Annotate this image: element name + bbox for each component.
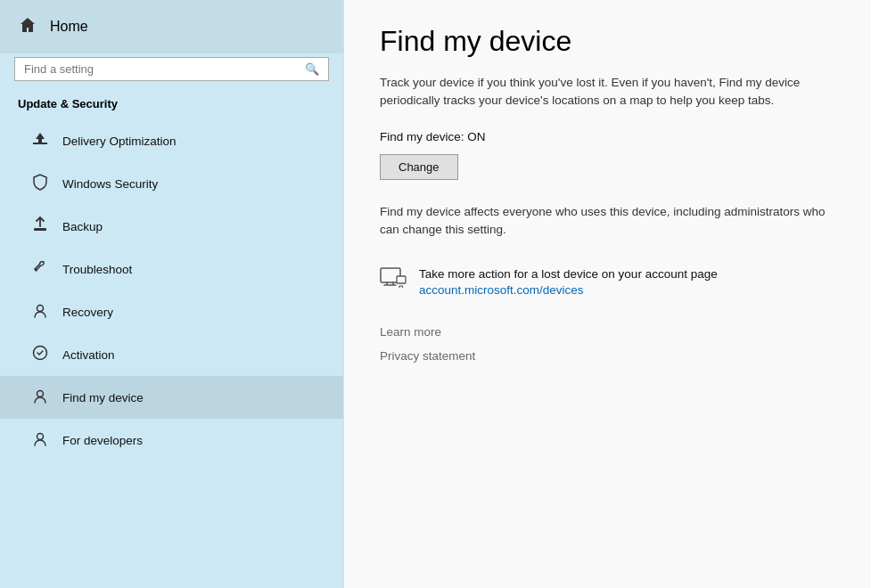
search-input[interactable] (24, 62, 300, 76)
svg-rect-8 (397, 276, 406, 283)
sidebar-item-troubleshoot-label: Troubleshoot (62, 263, 132, 276)
sidebar: Home 🔍 Update & Security Delivery Optimi… (0, 0, 343, 588)
privacy-statement-link[interactable]: Privacy statement (380, 349, 835, 363)
sidebar-item-activation-label: Activation (62, 348, 115, 362)
device-action-section: Take more action for a lost device on yo… (380, 265, 835, 297)
page-description: Track your device if you think you've lo… (380, 74, 835, 110)
find-my-device-icon (30, 387, 50, 408)
svg-point-2 (35, 269, 37, 272)
sidebar-item-recovery-label: Recovery (62, 306, 113, 319)
device-screen-icon (380, 267, 407, 296)
for-developers-icon (30, 429, 50, 451)
svg-point-3 (37, 306, 44, 312)
delivery-optimization-icon (30, 130, 50, 151)
sidebar-item-find-my-device[interactable]: Find my device (0, 376, 343, 419)
svg-point-6 (37, 434, 44, 440)
backup-icon (30, 216, 50, 237)
windows-security-icon (30, 173, 50, 194)
section-title: Update & Security (0, 94, 343, 119)
sidebar-item-activation[interactable]: Activation (0, 333, 343, 376)
page-title: Find my device (380, 25, 835, 58)
sidebar-item-windows-security-label: Windows Security (62, 177, 158, 191)
sidebar-item-find-my-device-label: Find my device (62, 391, 144, 404)
home-icon (18, 16, 37, 37)
learn-more-link[interactable]: Learn more (380, 325, 835, 339)
affects-text: Find my device affects everyone who uses… (380, 203, 835, 240)
search-box[interactable]: 🔍 (14, 57, 329, 81)
account-devices-link[interactable]: account.microsoft.com/devices (419, 283, 718, 297)
activation-icon (30, 344, 50, 365)
sidebar-item-for-developers[interactable]: For developers (0, 419, 343, 461)
search-icon: 🔍 (305, 62, 319, 76)
sidebar-item-delivery-optimization[interactable]: Delivery Optimization (0, 119, 343, 162)
sidebar-item-backup-label: Backup (62, 220, 103, 233)
troubleshoot-icon (30, 258, 50, 280)
svg-point-5 (37, 391, 44, 397)
recovery-icon (30, 301, 50, 323)
sidebar-item-recovery[interactable]: Recovery (0, 290, 343, 333)
device-action-content: Take more action for a lost device on yo… (419, 265, 718, 297)
sidebar-item-home[interactable]: Home (0, 0, 343, 53)
sidebar-item-for-developers-label: For developers (62, 434, 143, 447)
sidebar-item-windows-security[interactable]: Windows Security (0, 162, 343, 205)
change-button[interactable]: Change (380, 154, 458, 180)
sidebar-item-troubleshoot[interactable]: Troubleshoot (0, 248, 343, 290)
device-action-text: Take more action for a lost device on yo… (419, 267, 718, 281)
home-label: Home (50, 19, 88, 35)
bottom-links: Learn more Privacy statement (380, 325, 835, 363)
svg-rect-0 (33, 143, 47, 144)
status-label: Find my device: ON (380, 130, 835, 143)
main-content: Find my device Track your device if you … (343, 0, 871, 588)
sidebar-item-backup[interactable]: Backup (0, 205, 343, 248)
sidebar-item-delivery-label: Delivery Optimization (62, 135, 177, 148)
svg-rect-1 (34, 228, 46, 231)
